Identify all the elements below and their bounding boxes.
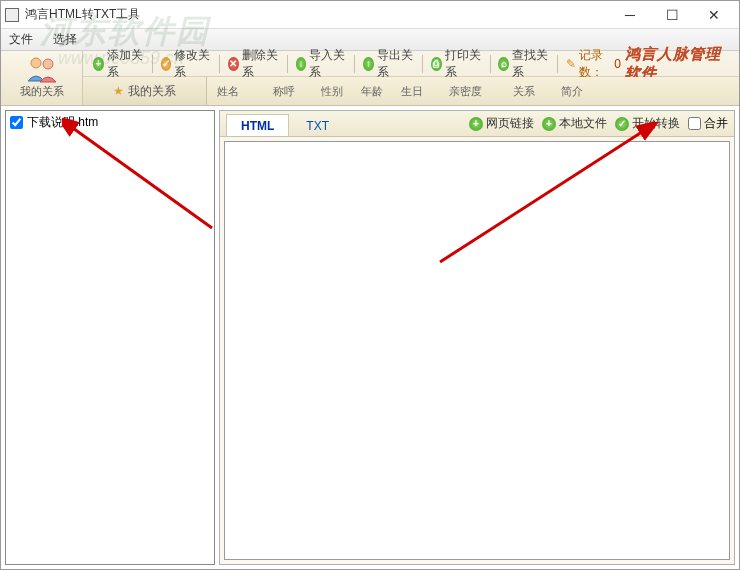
col-birthday: 生日 [401,84,449,99]
record-count: ✎ 记录数：0 [566,47,621,81]
web-link-button[interactable]: +网页链接 [469,115,534,132]
file-checkbox[interactable] [10,116,23,129]
local-file-button[interactable]: +本地文件 [542,115,607,132]
x-icon: ✕ [228,57,239,71]
app-icon [5,8,19,22]
col-intro: 简介 [561,84,739,99]
toolbar: 我的关系 +添加关系 ✓修改关系 ✕删除关系 ↓导入关系 ↑导出关系 ⎙打印关系… [1,51,739,106]
tab-my-relations[interactable]: ★ 我的关系 [83,77,207,105]
toolbar-identity-label: 我的关系 [20,84,64,99]
tab-txt[interactable]: TXT [291,114,344,136]
col-gender: 性别 [321,84,361,99]
col-salutation: 称呼 [273,84,321,99]
plus-icon: + [542,117,556,131]
merge-label: 合并 [704,115,728,132]
up-icon: ↑ [363,57,374,71]
maximize-button[interactable]: ☐ [651,2,693,28]
file-list-panel: 下载说明.htm [5,110,215,565]
check-icon: ✓ [615,117,629,131]
search-icon: ⌕ [498,57,509,71]
close-button[interactable]: ✕ [693,2,735,28]
col-closeness: 亲密度 [449,84,513,99]
content-panel: HTML TXT +网页链接 +本地文件 ✓开始转换 合并 [219,110,735,565]
column-headers: 姓名 称呼 性别 年龄 生日 亲密度 关系 简介 [207,77,739,105]
plus-icon: + [93,57,104,71]
window-title: 鸿言HTML转TXT工具 [25,6,140,23]
col-age: 年龄 [361,84,401,99]
toolbar-identity-block[interactable]: 我的关系 [1,51,83,105]
col-relation: 关系 [513,84,561,99]
svg-point-1 [43,59,53,69]
plus-icon: + [469,117,483,131]
menu-select[interactable]: 选择 [49,29,81,50]
merge-checkbox[interactable] [688,117,701,130]
editor-textarea[interactable] [224,141,730,560]
titlebar: 鸿言HTML转TXT工具 ─ ☐ ✕ [1,1,739,29]
file-label: 下载说明.htm [27,114,98,131]
star-icon: ★ [113,84,124,98]
people-icon [24,55,60,83]
menu-file[interactable]: 文件 [5,29,37,50]
print-icon: ⎙ [431,57,442,71]
col-name: 姓名 [217,84,273,99]
tab-html[interactable]: HTML [226,114,289,136]
start-convert-button[interactable]: ✓开始转换 [615,115,680,132]
svg-point-0 [31,58,41,68]
down-icon: ↓ [296,57,307,71]
minimize-button[interactable]: ─ [609,2,651,28]
list-item[interactable]: 下载说明.htm [6,111,214,134]
check-icon: ✓ [161,57,172,71]
